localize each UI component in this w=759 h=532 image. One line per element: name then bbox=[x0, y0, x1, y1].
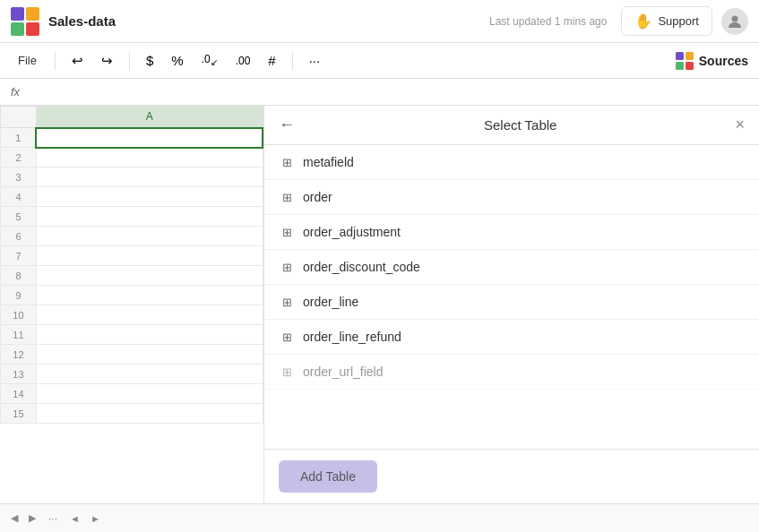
row-number: 1 bbox=[1, 128, 37, 148]
svg-rect-3 bbox=[26, 22, 39, 36]
table-grid-icon: ⊞ bbox=[282, 330, 292, 344]
file-menu-button[interactable]: File bbox=[11, 50, 44, 71]
table-grid-icon: ⊞ bbox=[282, 365, 292, 379]
row-number: 12 bbox=[1, 345, 37, 365]
back-arrow-button[interactable]: ← bbox=[279, 116, 295, 134]
row-num-header bbox=[1, 107, 37, 128]
support-button[interactable]: ✋ Support bbox=[621, 6, 712, 36]
svg-rect-7 bbox=[676, 62, 684, 70]
cell-a13[interactable] bbox=[36, 365, 263, 384]
cell-a8[interactable] bbox=[36, 266, 263, 286]
svg-rect-1 bbox=[26, 7, 39, 21]
prev-tab-button[interactable]: ◀ bbox=[7, 511, 22, 526]
row-number: 13 bbox=[1, 365, 37, 384]
table-row[interactable]: 1 bbox=[1, 128, 263, 148]
more-options-button[interactable]: ··· bbox=[304, 49, 326, 72]
tab-more-button[interactable]: ··· bbox=[43, 511, 63, 527]
cell-a10[interactable] bbox=[36, 305, 263, 325]
toolbar: File ↩ ↪ $ % .0↙ .00 # ··· Sources bbox=[0, 43, 759, 79]
cell-a4[interactable] bbox=[36, 187, 263, 207]
table-row[interactable]: 11 bbox=[1, 325, 263, 345]
table-name-label: order_line_refund bbox=[303, 330, 401, 344]
row-number: 5 bbox=[1, 207, 37, 227]
cell-a2[interactable] bbox=[36, 148, 263, 167]
next-tab-button[interactable]: ▶ bbox=[25, 511, 39, 526]
table-row[interactable]: 12 bbox=[1, 345, 263, 365]
redo-button[interactable]: ↪ bbox=[96, 49, 118, 73]
toolbar-separator-1 bbox=[55, 52, 56, 70]
select-table-panel: ← Select Table × ⊞ metafield ⊞ order ⊞ o… bbox=[264, 106, 759, 503]
percent-format-button[interactable]: % bbox=[166, 49, 188, 72]
cell-a12[interactable] bbox=[36, 345, 263, 365]
cell-a6[interactable] bbox=[36, 227, 263, 246]
dollar-format-button[interactable]: $ bbox=[141, 49, 159, 72]
cell-a7[interactable] bbox=[36, 246, 263, 266]
table-grid-icon: ⊞ bbox=[282, 261, 292, 274]
cell-a3[interactable] bbox=[36, 167, 263, 187]
table-grid-icon: ⊞ bbox=[282, 296, 292, 309]
col-a-header[interactable]: A bbox=[36, 107, 263, 128]
table-row[interactable]: 7 bbox=[1, 246, 263, 266]
fx-label: fx bbox=[11, 85, 20, 99]
table-row[interactable]: 6 bbox=[1, 227, 263, 246]
hash-format-button[interactable]: # bbox=[263, 49, 280, 72]
table-row[interactable]: 2 bbox=[1, 148, 263, 167]
table-name-label: order_discount_code bbox=[303, 260, 420, 274]
row-number: 6 bbox=[1, 227, 37, 246]
cell-a15[interactable] bbox=[36, 404, 263, 424]
table-list-item[interactable]: ⊞ order bbox=[264, 180, 759, 215]
panel-title: Select Table bbox=[306, 117, 735, 133]
decimal-dec-button[interactable]: .0↙ bbox=[196, 49, 223, 71]
sheet-nav-next[interactable]: ► bbox=[87, 511, 104, 526]
table-list-item[interactable]: ⊞ order_adjustment bbox=[264, 215, 759, 250]
table-row[interactable]: 15 bbox=[1, 404, 263, 424]
table-row[interactable]: 4 bbox=[1, 187, 263, 207]
row-number: 10 bbox=[1, 305, 37, 325]
sources-button[interactable]: Sources bbox=[676, 52, 748, 70]
table-name-label: metafield bbox=[303, 155, 354, 169]
table-row[interactable]: 13 bbox=[1, 365, 263, 384]
row-number: 7 bbox=[1, 246, 37, 266]
table-row[interactable]: 5 bbox=[1, 207, 263, 227]
table-list: ⊞ metafield ⊞ order ⊞ order_adjustment ⊞… bbox=[264, 145, 759, 449]
table-list-item[interactable]: ⊞ order_line_refund bbox=[264, 320, 759, 355]
sheet-nav-prev[interactable]: ◄ bbox=[66, 511, 83, 526]
sources-logo-icon bbox=[676, 52, 694, 70]
user-avatar[interactable] bbox=[721, 8, 748, 35]
cell-a5[interactable] bbox=[36, 207, 263, 227]
column-header-row: A bbox=[1, 107, 263, 128]
svg-rect-0 bbox=[11, 7, 24, 21]
app-title: Sales-data bbox=[48, 13, 489, 29]
row-number: 14 bbox=[1, 384, 37, 404]
table-row[interactable]: 3 bbox=[1, 167, 263, 187]
table-row[interactable]: 9 bbox=[1, 286, 263, 305]
decimal-inc-button[interactable]: .00 bbox=[230, 51, 256, 71]
last-updated-text: Last updated 1 mins ago bbox=[489, 15, 607, 28]
svg-rect-6 bbox=[686, 52, 694, 60]
undo-button[interactable]: ↩ bbox=[66, 49, 89, 73]
close-panel-button[interactable]: × bbox=[735, 116, 745, 134]
table-row[interactable]: 10 bbox=[1, 305, 263, 325]
table-list-item[interactable]: ⊞ order_line bbox=[264, 285, 759, 320]
table-list-item[interactable]: ⊞ metafield bbox=[264, 145, 759, 180]
table-list-item[interactable]: ⊞ order_url_field bbox=[264, 355, 759, 390]
table-row[interactable]: 8 bbox=[1, 266, 263, 286]
table-list-item[interactable]: ⊞ order_discount_code bbox=[264, 250, 759, 285]
add-table-button[interactable]: Add Table bbox=[279, 460, 377, 493]
cell-a11[interactable] bbox=[36, 325, 263, 345]
row-number: 3 bbox=[1, 167, 37, 187]
table-row[interactable]: 14 bbox=[1, 384, 263, 404]
toolbar-separator-2 bbox=[129, 52, 130, 70]
table-name-label: order_url_field bbox=[303, 365, 384, 379]
toolbar-separator-3 bbox=[292, 52, 293, 70]
sheet-tabs-bar: ◀ ▶ ··· ◄ ► bbox=[0, 503, 759, 532]
cell-a14[interactable] bbox=[36, 384, 263, 404]
table-grid-icon: ⊞ bbox=[282, 156, 292, 169]
app-logo-icon bbox=[11, 7, 39, 36]
cell-a9[interactable] bbox=[36, 286, 263, 305]
spreadsheet-panel: A 1 2 3 4 5 6 7 8 bbox=[0, 106, 264, 503]
row-number: 2 bbox=[1, 148, 37, 167]
table-grid-icon: ⊞ bbox=[282, 191, 292, 204]
svg-point-4 bbox=[732, 15, 738, 21]
cell-a1[interactable] bbox=[36, 128, 263, 148]
